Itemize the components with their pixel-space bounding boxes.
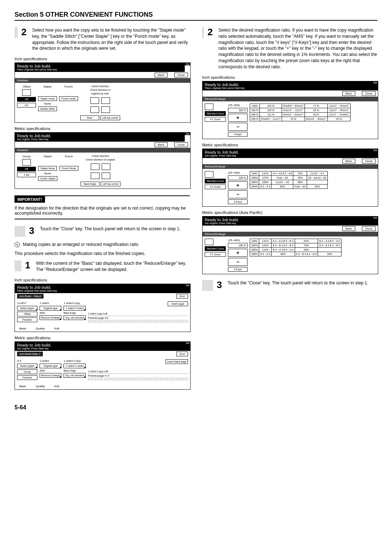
select-paper-button[interactable]: Select paper — [17, 364, 37, 368]
ratio-val[interactable]: 70% — [295, 243, 318, 247]
ratio-val[interactable]: 50% — [293, 180, 307, 184]
saddle-button[interactable]: Saddle Stitch — [38, 106, 57, 111]
ratio-val[interactable]: 106% — [259, 180, 271, 184]
close-button[interactable]: Close — [174, 73, 188, 77]
ratio-val[interactable]: 115% — [259, 247, 271, 252]
punch-mode-button[interactable]: Punch mode — [59, 96, 78, 101]
tab-reduce[interactable]: Reduce/Enlarge — [205, 165, 225, 168]
xy-zoom-button[interactable]: XY Zoom — [205, 117, 226, 122]
orient-icon[interactable] — [101, 106, 110, 113]
ratio-val[interactable]: 141% — [259, 171, 271, 175]
ratio-val[interactable]: 141% — [259, 239, 271, 243]
center-button[interactable]: Center Staple — [38, 176, 57, 181]
ratio-val[interactable]: 50% — [295, 247, 318, 252]
orient-icon[interactable] — [91, 173, 99, 179]
punch-mode-button[interactable]: Punch Mode — [60, 166, 78, 171]
staple-mode-button[interactable]: Staple mode — [38, 96, 57, 101]
reduce-enlarge-button[interactable]: Reduce /Enlarge — [40, 315, 61, 320]
close-button[interactable]: Close — [362, 226, 376, 231]
minus-button[interactable]: − — [228, 258, 248, 266]
tab-edit[interactable]: Edit — [54, 385, 59, 388]
close-button[interactable]: Close — [362, 91, 376, 96]
staple-mode-button[interactable]: Staple Mode — [38, 166, 57, 171]
sided-button[interactable]: 1 sided/ 2 sided — [64, 306, 86, 311]
ratio-val[interactable]: 122% — [259, 243, 271, 247]
ratio-val[interactable]: 70% — [293, 175, 307, 180]
end-button[interactable]: End — [176, 294, 188, 299]
offset-button[interactable]: Offset — [17, 312, 37, 316]
reduce-enlarge-button[interactable]: Reduce/ Enlarge — [40, 373, 61, 378]
ratio-btn[interactable]: AMS — [250, 239, 259, 243]
back-button[interactable]: Back — [342, 91, 355, 96]
plus-button[interactable]: + — [228, 249, 248, 257]
off-button[interactable]: Off — [17, 167, 36, 171]
step-tab[interactable]: Job Build-Step 1 — [17, 352, 43, 356]
ratio-val[interactable]: 90% — [271, 184, 293, 189]
original-type-button[interactable]: Original type — [40, 364, 61, 368]
finished-button[interactable]: Finished — [17, 317, 37, 322]
close-button[interactable]: Close — [362, 159, 376, 163]
standard-zoom-button[interactable]: Standard Zoom — [205, 111, 226, 116]
plus-button[interactable]: + — [228, 181, 248, 189]
off-button[interactable]: Off — [17, 97, 36, 102]
ratio-btn[interactable]: 400% — [250, 247, 259, 252]
finished-button[interactable]: Finished — [17, 375, 37, 380]
ratio-val[interactable]: 78 % — [282, 117, 305, 121]
hashkeys-button[interactable]: #-Keys — [228, 199, 248, 204]
minus-button[interactable]: − — [228, 123, 248, 131]
ratio-btn[interactable]: 100% — [250, 175, 259, 180]
sided-button[interactable]: 1-sided/ 2-sided — [64, 364, 86, 368]
on-button[interactable]: On — [17, 103, 36, 108]
orient-icon[interactable] — [90, 97, 99, 104]
ratio-val[interactable]: 75% — [293, 171, 307, 175]
lefttop-button[interactable]: Left top corner — [100, 116, 120, 120]
ratio-btn[interactable]: 100 % — [250, 108, 260, 112]
tab-basic[interactable]: Basic — [19, 327, 26, 330]
tab-finished[interactable]: Finished — [17, 79, 28, 82]
standard-zoom-button[interactable]: Standard Zoom — [205, 246, 226, 251]
tab-edit[interactable]: Edit — [54, 327, 59, 330]
ratio-val[interactable]: 129 % — [260, 108, 282, 112]
ratio-btn[interactable]: 200% — [250, 252, 259, 256]
ratio-btn[interactable]: 200% — [250, 184, 259, 189]
tab-quality[interactable]: Quality — [36, 327, 45, 330]
orient-icon[interactable] — [102, 173, 110, 179]
back-button[interactable]: Back — [342, 159, 355, 163]
ratio-val[interactable]: 25% — [318, 252, 341, 256]
plus-button[interactable]: + — [228, 114, 248, 122]
ratio-btn[interactable]: AMS — [250, 104, 260, 108]
end-button[interactable]: End — [176, 352, 188, 356]
ratio-val[interactable]: 50 % — [305, 112, 328, 117]
insert-blank-page-button[interactable]: Insert blank page — [166, 359, 188, 364]
ratio-val[interactable]: 64 % — [305, 108, 328, 112]
back-button[interactable]: Back — [155, 73, 168, 77]
ratio-val[interactable]: 25 % — [328, 117, 351, 121]
step-tab[interactable]: Job Build - Step1 — [17, 294, 44, 299]
tab-reduce[interactable]: Reduce/Enlarge — [205, 232, 225, 236]
lefttop-button[interactable]: Left top corner — [101, 182, 121, 186]
ratio-val[interactable]: 127% — [259, 175, 271, 180]
orient-icon[interactable] — [91, 163, 99, 170]
orient-icon[interactable] — [101, 97, 110, 104]
original-type-button[interactable]: Original type — [40, 306, 61, 311]
minus-button[interactable]: − — [228, 190, 248, 198]
ratio-btn[interactable]: 200 % — [250, 117, 260, 121]
ratio-btn[interactable]: AMS — [250, 171, 259, 175]
insert-page-button[interactable]: Insert page — [168, 301, 188, 306]
standard-zoom-button[interactable]: Standard Zoom — [205, 179, 226, 183]
ratio-val[interactable]: 77 % — [305, 104, 328, 108]
ratio-btn[interactable]: 400 % — [250, 112, 260, 117]
orgset-button[interactable]: Org. set direction — [64, 373, 86, 378]
hashkeys-button[interactable]: #-Keys — [228, 267, 248, 272]
orgset-button[interactable]: Org. set direction — [64, 315, 86, 320]
ratio-val[interactable]: 81% — [295, 239, 318, 243]
back-button[interactable]: Back — [342, 226, 355, 231]
hashkeys-button[interactable]: # keys — [228, 132, 248, 137]
ratio-btn[interactable]: 400% — [250, 180, 259, 184]
ratio-val[interactable]: 154 % — [260, 104, 282, 108]
xy-zoom-button[interactable]: XY Zoom — [205, 185, 226, 189]
ratio-val[interactable]: 86% — [271, 252, 295, 256]
xy-zoom-button[interactable]: XY Zoom — [205, 252, 226, 257]
tab-finished[interactable]: Finished — [17, 149, 28, 152]
oneset-button[interactable]: 1 set — [17, 173, 36, 177]
